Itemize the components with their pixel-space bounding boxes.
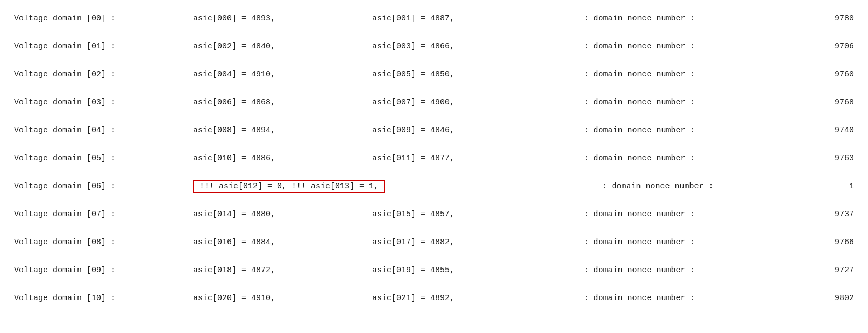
spacer: [548, 228, 581, 256]
nonce-value: 9760: [792, 60, 857, 88]
domain-label: Voltage domain [05] :: [11, 144, 190, 172]
domain-label: Voltage domain [08] :: [11, 228, 190, 256]
highlighted-asic-cell: !!! asic[012] = 0, !!! asic[013] = 1,: [190, 172, 580, 200]
asic1-value: asic[016] = 4884,: [190, 228, 369, 256]
table-row: Voltage domain [10] :asic[020] = 4910,as…: [11, 284, 857, 312]
spacer: [548, 32, 581, 60]
nonce-value: 9780: [792, 4, 857, 32]
nonce-label: : domain nonce number :: [580, 172, 792, 200]
asic2-value: asic[003] = 4866,: [369, 32, 548, 60]
asic2-value: asic[009] = 4846,: [369, 116, 548, 144]
asic1-value: asic[004] = 4910,: [190, 60, 369, 88]
domain-label: Voltage domain [09] :: [11, 256, 190, 284]
nonce-label: : domain nonce number :: [580, 32, 792, 60]
nonce-label: : domain nonce number :: [580, 228, 792, 256]
nonce-value: 9766: [792, 228, 857, 256]
nonce-label: : domain nonce number :: [580, 4, 792, 32]
nonce-value: 9802: [792, 284, 857, 312]
asic1-value: asic[006] = 4868,: [190, 88, 369, 116]
asic1-value: asic[008] = 4894,: [190, 116, 369, 144]
nonce-value: 9706: [792, 32, 857, 60]
nonce-label: : domain nonce number :: [580, 144, 792, 172]
asic2-value: asic[017] = 4882,: [369, 228, 548, 256]
spacer: [548, 144, 581, 172]
asic1-value: asic[000] = 4893,: [190, 4, 369, 32]
domain-label: Voltage domain [10] :: [11, 284, 190, 312]
asic1-value: asic[010] = 4886,: [190, 144, 369, 172]
table-row: Voltage domain [07] :asic[014] = 4880,as…: [11, 200, 857, 228]
domain-label: Voltage domain [07] :: [11, 200, 190, 228]
asic1-value: asic[018] = 4872,: [190, 256, 369, 284]
domain-label: Voltage domain [00] :: [11, 4, 190, 32]
spacer: [548, 116, 581, 144]
domain-label: Voltage domain [02] :: [11, 60, 190, 88]
spacer: [548, 4, 581, 32]
table-row: Voltage domain [08] :asic[016] = 4884,as…: [11, 228, 857, 256]
asic2-value: asic[019] = 4855,: [369, 256, 548, 284]
nonce-value: 9768: [792, 88, 857, 116]
spacer: [548, 284, 581, 312]
nonce-value: 9737: [792, 200, 857, 228]
asic1-value: asic[020] = 4910,: [190, 284, 369, 312]
nonce-label: : domain nonce number :: [580, 284, 792, 312]
asic2-value: asic[015] = 4857,: [369, 200, 548, 228]
table-row: Voltage domain [04] :asic[008] = 4894,as…: [11, 116, 857, 144]
nonce-label: : domain nonce number :: [580, 116, 792, 144]
nonce-label: : domain nonce number :: [580, 88, 792, 116]
asic2-value: asic[005] = 4850,: [369, 60, 548, 88]
table-row: Voltage domain [05] :asic[010] = 4886,as…: [11, 144, 857, 172]
spacer: [548, 88, 581, 116]
domain-label: Voltage domain [04] :: [11, 116, 190, 144]
nonce-label: : domain nonce number :: [580, 256, 792, 284]
asic2-value: asic[001] = 4887,: [369, 4, 548, 32]
asic2-value: asic[021] = 4892,: [369, 284, 548, 312]
table-row: Voltage domain [00] :asic[000] = 4893,as…: [11, 4, 857, 32]
domain-label: Voltage domain [03] :: [11, 88, 190, 116]
table-row: Voltage domain [01] :asic[002] = 4840,as…: [11, 32, 857, 60]
domain-label: Voltage domain [06] :: [11, 172, 190, 200]
nonce-value: 9763: [792, 144, 857, 172]
table-row: Voltage domain [02] :asic[004] = 4910,as…: [11, 60, 857, 88]
spacer: [548, 200, 581, 228]
nonce-label: : domain nonce number :: [580, 200, 792, 228]
table-row: Voltage domain [03] :asic[006] = 4868,as…: [11, 88, 857, 116]
error-highlight-box: !!! asic[012] = 0, !!! asic[013] = 1,: [193, 180, 385, 193]
voltage-domain-table: Voltage domain [00] :asic[000] = 4893,as…: [11, 4, 857, 312]
nonce-value: 9727: [792, 256, 857, 284]
nonce-value: 9740: [792, 116, 857, 144]
asic1-value: asic[014] = 4880,: [190, 200, 369, 228]
domain-label: Voltage domain [01] :: [11, 32, 190, 60]
asic2-value: asic[011] = 4877,: [369, 144, 548, 172]
table-row: Voltage domain [06] :!!! asic[012] = 0, …: [11, 172, 857, 200]
spacer: [548, 256, 581, 284]
nonce-value: 1: [792, 172, 857, 200]
table-row: Voltage domain [09] :asic[018] = 4872,as…: [11, 256, 857, 284]
spacer: [548, 60, 581, 88]
asic2-value: asic[007] = 4900,: [369, 88, 548, 116]
nonce-label: : domain nonce number :: [580, 60, 792, 88]
asic1-value: asic[002] = 4840,: [190, 32, 369, 60]
